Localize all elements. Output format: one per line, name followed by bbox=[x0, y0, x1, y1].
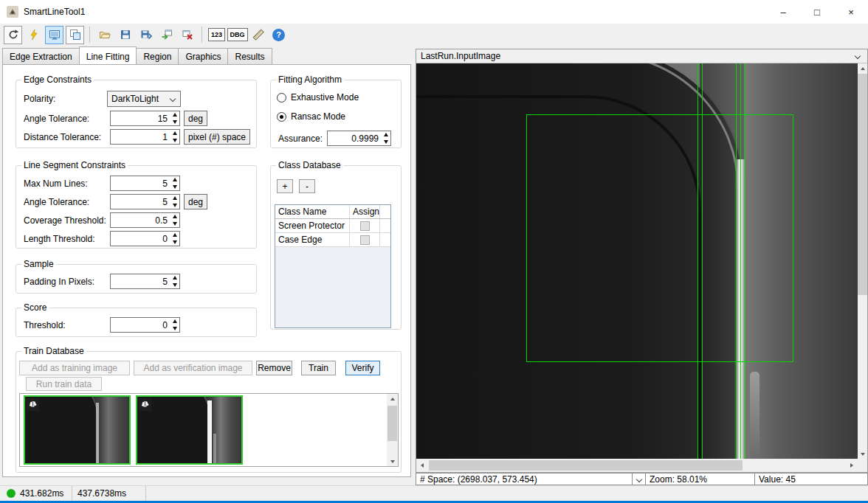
scroll-right-icon[interactable] bbox=[846, 459, 858, 472]
class-name-cell[interactable]: Case Edge bbox=[275, 233, 350, 246]
train-thumbnail[interactable] bbox=[136, 395, 243, 465]
tab-edge-extraction[interactable]: Edge Extraction bbox=[2, 48, 80, 64]
verify-button[interactable]: Verify bbox=[345, 361, 380, 375]
image-header[interactable]: LastRun.InputImage bbox=[416, 49, 867, 63]
tab-region[interactable]: Region bbox=[136, 48, 179, 64]
distance-unit-button[interactable]: pixel (#) space bbox=[184, 129, 250, 145]
distance-tolerance-spinner[interactable]: 1 bbox=[110, 129, 180, 145]
spinner-up-icon[interactable] bbox=[170, 232, 179, 239]
length-threshold-spinner[interactable]: 0 bbox=[110, 231, 180, 246]
scroll-down-icon[interactable] bbox=[387, 457, 398, 466]
angle-tolerance-spinner[interactable]: 15 bbox=[110, 111, 180, 126]
scroll-thumb[interactable] bbox=[388, 406, 397, 441]
image-display-icon[interactable] bbox=[45, 26, 63, 44]
scroll-up-icon[interactable] bbox=[387, 394, 398, 403]
remove-button[interactable]: Remove bbox=[256, 361, 292, 375]
space-dropdown-button[interactable] bbox=[632, 473, 646, 485]
maximize-button[interactable]: □ bbox=[800, 0, 834, 24]
debug-button[interactable]: DBG bbox=[228, 26, 247, 44]
spinner-down-icon[interactable] bbox=[170, 184, 179, 191]
class-table[interactable]: Class Name Assign Screen Protector Case … bbox=[275, 204, 391, 328]
spinner-value[interactable]: 15 bbox=[111, 111, 170, 125]
input-image[interactable] bbox=[416, 63, 858, 459]
radio-icon[interactable] bbox=[277, 112, 286, 122]
assurance-spinner[interactable]: 0.9999 bbox=[327, 131, 391, 146]
radio-icon[interactable] bbox=[277, 93, 286, 103]
add-record-icon[interactable] bbox=[157, 26, 176, 44]
spinner-down-icon[interactable] bbox=[170, 119, 179, 126]
table-row[interactable]: Screen Protector bbox=[275, 219, 390, 233]
spinner-value[interactable]: 5 bbox=[111, 195, 170, 209]
spinner-down-icon[interactable] bbox=[170, 325, 179, 333]
copy-display-icon[interactable] bbox=[66, 26, 84, 44]
tab-line-fitting[interactable]: Line Fitting bbox=[79, 46, 137, 64]
horizontal-scroll-thumb[interactable] bbox=[429, 460, 743, 471]
spinner-down-icon[interactable] bbox=[170, 282, 179, 289]
segment-angle-unit-button[interactable]: deg bbox=[184, 194, 207, 209]
add-training-image-button[interactable]: Add as training image bbox=[19, 361, 130, 375]
class-name-cell[interactable]: Screen Protector bbox=[275, 219, 350, 232]
add-verification-image-button[interactable]: Add as verification image bbox=[134, 361, 252, 375]
assign-checkbox[interactable] bbox=[360, 221, 370, 231]
train-list-sc scrollbar[interactable] bbox=[387, 394, 398, 466]
lightning-icon[interactable] bbox=[24, 26, 43, 44]
add-class-button[interactable]: + bbox=[277, 179, 293, 193]
max-num-lines-spinner[interactable]: 5 bbox=[110, 176, 180, 191]
column-header-class-name[interactable]: Class Name bbox=[275, 205, 350, 218]
spinner-down-icon[interactable] bbox=[170, 137, 179, 145]
spinner-value[interactable]: 5 bbox=[111, 176, 170, 190]
save-icon[interactable] bbox=[116, 26, 134, 44]
run-train-data-button[interactable]: Run train data bbox=[26, 377, 102, 391]
coverage-threshold-spinner[interactable]: 0.5 bbox=[110, 212, 180, 228]
spinner-down-icon[interactable] bbox=[170, 221, 179, 228]
spinner-up-icon[interactable] bbox=[170, 195, 179, 202]
tab-graphics[interactable]: Graphics bbox=[178, 48, 228, 64]
segment-angle-tolerance-spinner[interactable]: 5 bbox=[110, 194, 180, 209]
padding-spinner[interactable]: 5 bbox=[110, 274, 180, 289]
numeric-123-button[interactable]: 123 bbox=[207, 26, 226, 44]
spinner-value[interactable]: 0.5 bbox=[111, 213, 170, 227]
remove-class-button[interactable]: - bbox=[299, 179, 315, 193]
spinner-down-icon[interactable] bbox=[170, 239, 179, 246]
spinner-up-icon[interactable] bbox=[170, 176, 179, 184]
train-button[interactable]: Train bbox=[301, 361, 336, 375]
score-threshold-spinner[interactable]: 0 bbox=[110, 317, 180, 333]
spinner-down-icon[interactable] bbox=[381, 139, 390, 146]
spinner-up-icon[interactable] bbox=[170, 111, 179, 119]
scroll-left-icon[interactable] bbox=[416, 459, 428, 472]
delete-record-icon[interactable] bbox=[178, 26, 196, 44]
ruler-icon[interactable] bbox=[249, 26, 267, 44]
table-row[interactable]: Case Edge bbox=[275, 233, 390, 247]
image-vertical-scrollbar[interactable] bbox=[858, 63, 867, 459]
spinner-up-icon[interactable] bbox=[170, 213, 179, 221]
column-header-assign[interactable]: Assign bbox=[350, 205, 380, 218]
minimize-button[interactable]: – bbox=[766, 0, 800, 24]
angle-unit-button[interactable]: deg bbox=[184, 111, 207, 126]
open-folder-icon[interactable] bbox=[95, 26, 114, 44]
spinner-value[interactable]: 0 bbox=[111, 232, 170, 246]
spinner-up-icon[interactable] bbox=[170, 318, 179, 325]
image-horizontal-scrollbar[interactable] bbox=[416, 459, 858, 472]
ransac-mode-radio[interactable]: Ransac Mode bbox=[277, 111, 345, 122]
spinner-up-icon[interactable] bbox=[170, 130, 179, 137]
scroll-down-icon[interactable] bbox=[858, 449, 867, 459]
spinner-up-icon[interactable] bbox=[381, 131, 390, 139]
spinner-value[interactable]: 0 bbox=[111, 318, 170, 332]
help-icon[interactable]: ? bbox=[269, 26, 288, 44]
assign-checkbox[interactable] bbox=[360, 235, 370, 245]
scroll-up-icon[interactable] bbox=[858, 63, 867, 73]
exhaustive-mode-radio[interactable]: Exhaustive Mode bbox=[277, 92, 359, 103]
spinner-value[interactable]: 1 bbox=[111, 130, 170, 144]
polarity-combobox[interactable]: DarkToLight bbox=[107, 91, 181, 107]
train-thumbnail[interactable] bbox=[24, 395, 131, 465]
run-loop-icon[interactable] bbox=[4, 26, 22, 44]
spinner-value[interactable]: 0.9999 bbox=[328, 131, 381, 145]
close-button[interactable]: × bbox=[834, 0, 868, 24]
save-record-icon[interactable] bbox=[137, 26, 155, 44]
chevron-down-icon[interactable] bbox=[855, 53, 861, 59]
spinner-up-icon[interactable] bbox=[170, 274, 179, 282]
tab-results[interactable]: Results bbox=[227, 48, 272, 64]
train-image-list[interactable] bbox=[19, 393, 399, 467]
input-image-viewport[interactable] bbox=[416, 63, 858, 459]
spinner-down-icon[interactable] bbox=[170, 202, 179, 209]
